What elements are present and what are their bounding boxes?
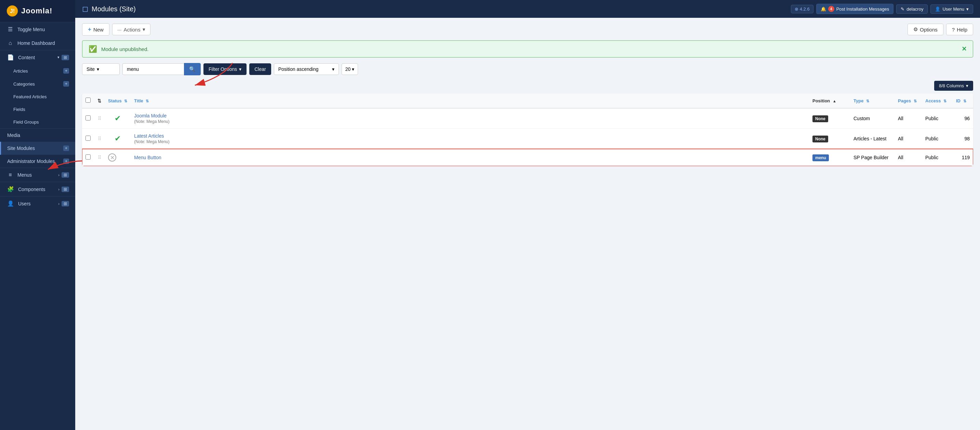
menus-icon: ≡	[7, 172, 13, 178]
sidebar-item-components[interactable]: 🧩 Components › ⊞	[0, 182, 75, 196]
columns-button[interactable]: 8/8 Columns ▾	[934, 81, 973, 91]
module-title-link[interactable]: Joomla Module	[134, 113, 167, 118]
add-site-module-icon[interactable]: +	[63, 145, 69, 151]
sidebar-item-label: Menus	[18, 172, 58, 178]
status-header[interactable]: Status ⇅	[105, 93, 130, 108]
drag-handle-cell[interactable]: ⠿	[94, 108, 105, 129]
help-label: Help	[957, 27, 967, 32]
add-article-icon[interactable]: +	[63, 68, 69, 74]
modules-icon: ◻	[82, 5, 88, 13]
sidebar-item-media[interactable]: Media	[0, 129, 75, 142]
access-header-label: Access	[925, 98, 941, 103]
sidebar-item-home-dashboard[interactable]: ⌂ Home Dashboard	[0, 36, 75, 50]
sort-icon: ⇅	[866, 99, 869, 103]
drag-handle-icon[interactable]: ⠿	[98, 136, 101, 141]
actions-button[interactable]: ··· Actions ▾	[112, 24, 150, 35]
sidebar-item-label: Articles	[13, 69, 61, 74]
clear-button[interactable]: Clear	[249, 63, 271, 75]
actions-dots-icon: ···	[117, 27, 122, 32]
sidebar-item-users[interactable]: 👤 Users › ⊞	[0, 197, 75, 211]
pages-header[interactable]: Pages ⇅	[894, 93, 922, 108]
grid-icon: ⊞	[62, 172, 69, 178]
sidebar-item-site-modules[interactable]: Site Modules +	[0, 142, 75, 155]
help-button[interactable]: ? Help	[946, 24, 973, 35]
edit-user-button[interactable]: ✎ delacroy	[896, 5, 928, 14]
chevron-down-icon: ▾	[352, 66, 354, 72]
filter-section: Site ▾ 🔍 Filter Options ▾ Clea	[82, 63, 973, 75]
sidebar-item-articles[interactable]: Articles +	[0, 64, 75, 77]
sidebar-item-categories[interactable]: Categories +	[0, 77, 75, 90]
svg-text:J!: J!	[10, 8, 15, 14]
bell-icon: 🔔	[821, 6, 826, 12]
module-title-link[interactable]: Latest Articles	[134, 133, 164, 139]
unpublished-icon[interactable]: ✕	[108, 153, 116, 161]
filter-options-button[interactable]: Filter Options ▾	[204, 63, 247, 75]
page-title: ◻ Modules (Site)	[82, 5, 788, 13]
row-checkbox[interactable]	[86, 115, 91, 120]
type-header-label: Type	[853, 98, 864, 103]
sidebar-item-label: Featured Articles	[13, 94, 69, 99]
components-icon: 🧩	[7, 186, 14, 192]
chevron-down-icon: ▾	[57, 55, 59, 59]
title-header[interactable]: Title ⇅	[130, 93, 809, 108]
select-all-checkbox[interactable]	[86, 98, 91, 103]
row-checkbox-cell[interactable]	[82, 108, 94, 129]
sort-icon: ⇅	[146, 99, 149, 103]
site-select[interactable]: Site ▾	[82, 63, 120, 75]
alert-close-button[interactable]: ✕	[961, 45, 967, 53]
drag-handle-cell[interactable]: ⠿	[94, 129, 105, 149]
joomla-icon: ⊗	[795, 6, 799, 12]
row-checkbox[interactable]	[86, 136, 91, 141]
chevron-down-icon: ▾	[143, 26, 145, 32]
sort-order-icon[interactable]: ⇅	[97, 98, 101, 103]
row-checkbox-cell[interactable]	[82, 149, 94, 166]
published-icon[interactable]: ✔	[115, 114, 121, 123]
sidebar-item-label: Administrator Modules	[7, 158, 61, 164]
module-title-link[interactable]: Menu Button	[134, 155, 161, 160]
search-button[interactable]: 🔍	[184, 63, 201, 75]
topbar-right: ⊗ 4.2.6 🔔 4 Post Installation Messages ✎…	[791, 4, 973, 14]
status-header-label: Status	[108, 98, 122, 103]
pages-cell: All	[894, 108, 922, 129]
title-cell: Latest Articles(Note: Mega Menu)	[130, 129, 809, 149]
position-badge: None	[813, 136, 828, 142]
table-row: ⠿ ✔ Joomla Module(Note: Mega Menu) None …	[82, 108, 973, 129]
version-badge: ⊗ 4.2.6	[791, 5, 813, 13]
options-button[interactable]: ⚙ Options	[907, 24, 943, 35]
search-input-wrapper: 🔍	[123, 63, 201, 75]
access-header[interactable]: Access ⇅	[922, 93, 953, 108]
table-header: ⇅ Status ⇅ Title ⇅ Position ▲	[82, 93, 973, 108]
grid-icon: ⊞	[62, 187, 69, 192]
published-icon[interactable]: ✔	[115, 134, 121, 143]
new-button[interactable]: + New	[82, 23, 110, 35]
sidebar-item-content[interactable]: 📄 Content ▾ ⊞	[0, 50, 75, 64]
sidebar-item-toggle-menu[interactable]: ☰ Toggle Menu	[0, 22, 75, 36]
notifications-button[interactable]: 🔔 4 Post Installation Messages	[816, 4, 894, 14]
user-menu-button[interactable]: 👤 User Menu ▾	[931, 5, 973, 14]
per-page-select[interactable]: 20 ▾	[342, 63, 358, 75]
row-checkbox[interactable]	[86, 154, 91, 160]
sort-select[interactable]: Position ascending ▾	[274, 63, 339, 75]
sidebar-item-menus[interactable]: ≡ Menus › ⊞	[0, 168, 75, 182]
sidebar-item-featured-articles[interactable]: Featured Articles	[0, 90, 75, 103]
add-admin-module-icon[interactable]: +	[63, 158, 69, 164]
row-checkbox-cell[interactable]	[82, 129, 94, 149]
position-header[interactable]: Position ▲	[809, 93, 850, 108]
add-category-icon[interactable]: +	[63, 81, 69, 86]
sidebar-item-administrator-modules[interactable]: Administrator Modules +	[0, 155, 75, 168]
id-cell: 96	[953, 108, 973, 129]
filter-bar: Site ▾ 🔍 Filter Options ▾ Clea	[82, 63, 973, 75]
sidebar-item-field-groups[interactable]: Field Groups	[0, 116, 75, 128]
type-header[interactable]: Type ⇅	[850, 93, 894, 108]
id-header[interactable]: ID ⇅	[953, 93, 973, 108]
sidebar-item-fields[interactable]: Fields	[0, 103, 75, 116]
search-area: 🔍	[123, 63, 201, 75]
search-input[interactable]	[123, 63, 184, 75]
position-cell: menu	[809, 149, 850, 166]
drag-handle-cell[interactable]: ⠿	[94, 149, 105, 166]
user-avatar-icon: 👤	[935, 6, 940, 12]
drag-handle-icon[interactable]: ⠿	[98, 116, 101, 121]
select-all-header[interactable]	[82, 93, 94, 108]
content-area: + New ··· Actions ▾ ⚙ Options ? Help	[75, 18, 980, 430]
drag-handle-icon[interactable]: ⠿	[98, 155, 101, 160]
